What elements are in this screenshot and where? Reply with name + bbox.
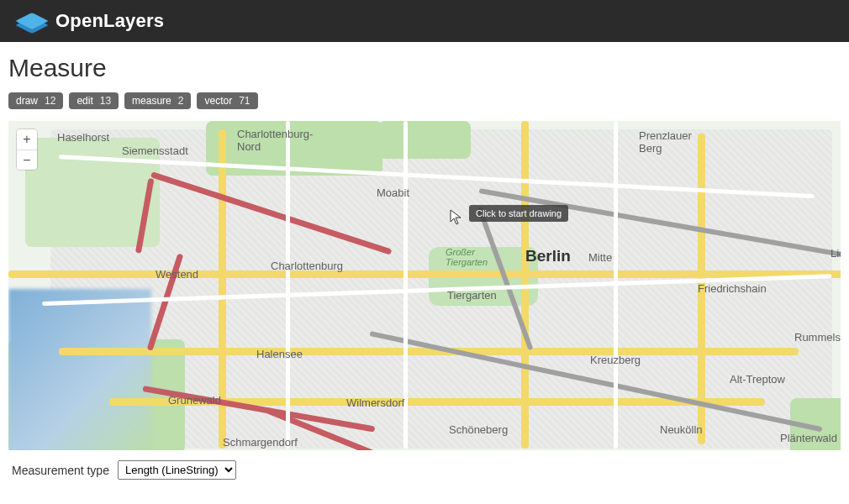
district-rummelsburg: Rummelsb bbox=[794, 331, 841, 344]
district-charlottenburg-nord: Charlottenburg- Nord bbox=[237, 128, 313, 153]
district-tiergarten: Tiergarten bbox=[447, 289, 497, 302]
district-prenzlauer-berg: Prenzlauer Berg bbox=[639, 129, 692, 155]
district-mitte: Mitte bbox=[588, 251, 612, 264]
tag-draw[interactable]: draw 12 bbox=[8, 92, 63, 109]
tag-edit[interactable]: edit 13 bbox=[69, 92, 119, 109]
district-lichtenberg: Lich bbox=[831, 247, 841, 260]
district-neukoelln: Neukölln bbox=[660, 423, 703, 436]
district-moabit: Moabit bbox=[377, 186, 409, 199]
tag-label: draw bbox=[16, 95, 38, 107]
tag-label: edit bbox=[76, 95, 92, 107]
app-header: OpenLayers bbox=[0, 0, 849, 42]
district-halensee: Halensee bbox=[256, 348, 303, 360]
zoom-in-button[interactable]: + bbox=[17, 129, 37, 150]
district-grunewald: Grunewald bbox=[168, 394, 221, 407]
district-berlin: Berlin bbox=[525, 247, 571, 265]
district-wilmersdorf: Wilmersdorf bbox=[346, 396, 404, 409]
tag-measure[interactable]: measure 2 bbox=[124, 92, 191, 109]
park-grosser-tiergarten: Großer Tiergarten bbox=[446, 247, 488, 267]
measurement-type-select[interactable]: Length (LineString)Area (Polygon) bbox=[118, 460, 236, 480]
tag-label: measure bbox=[132, 95, 171, 107]
tag-row: draw 12 edit 13 measure 2 vector 71 bbox=[8, 92, 841, 109]
district-schmargendorf: Schmargendorf bbox=[223, 436, 298, 449]
openlayers-logo-icon bbox=[20, 12, 45, 30]
district-schoeneberg: Schöneberg bbox=[449, 423, 508, 436]
district-siemensstadt: Siemensstadt bbox=[122, 144, 188, 157]
tag-count: 13 bbox=[100, 95, 111, 107]
tag-label: vector bbox=[204, 95, 232, 107]
district-haselhorst: Haselhorst bbox=[57, 131, 109, 144]
district-charlottenburg: Charlottenburg bbox=[271, 260, 343, 272]
zoom-control: + − bbox=[17, 129, 37, 170]
page-title: Measure bbox=[8, 54, 841, 82]
measurement-type-label: Measurement type bbox=[12, 464, 109, 477]
tag-count: 12 bbox=[45, 95, 55, 107]
district-kreuzberg: Kreuzberg bbox=[590, 354, 641, 366]
district-alt-treptow: Alt-Treptow bbox=[730, 373, 785, 386]
district-westend: Westend bbox=[156, 268, 198, 281]
district-plaenterwald: Plänterwald bbox=[780, 432, 837, 444]
cursor-icon bbox=[450, 209, 461, 226]
brand-name: OpenLayers bbox=[55, 10, 164, 32]
district-friedrichshain: Friedrichshain bbox=[698, 282, 767, 295]
tag-count: 71 bbox=[239, 95, 250, 107]
draw-tooltip: Click to start drawing bbox=[469, 205, 568, 222]
zoom-out-button[interactable]: − bbox=[17, 150, 37, 170]
tag-count: 2 bbox=[178, 95, 184, 107]
map-canvas[interactable]: Haselhorst Siemensstadt Charlottenburg- … bbox=[8, 121, 841, 450]
tag-vector[interactable]: vector 71 bbox=[197, 92, 257, 109]
